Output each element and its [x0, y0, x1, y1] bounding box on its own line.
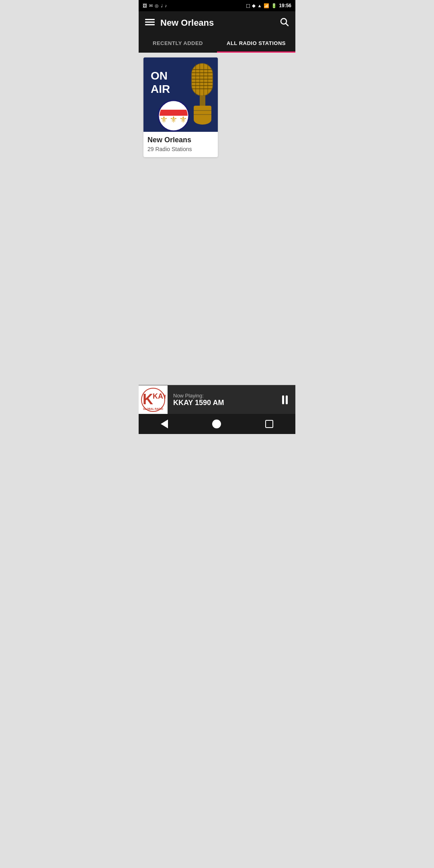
page-title: New Orleans [160, 18, 274, 28]
back-icon [161, 420, 168, 428]
pause-button[interactable] [274, 385, 295, 414]
pause-icon [282, 395, 288, 404]
svg-rect-14 [192, 63, 213, 96]
svg-text:⚜: ⚜ [170, 115, 178, 125]
svg-rect-2 [145, 24, 155, 25]
status-icons-left: 🖼 ✉ ◎ ♩ ♪ [143, 3, 167, 8]
recent-icon [265, 420, 273, 428]
svg-line-4 [286, 24, 289, 26]
cellular-icon: 📶 [264, 3, 269, 8]
now-playing-station: KKAY 1590 AM [173, 399, 269, 407]
station-card-count: 29 Radio Stations [147, 146, 214, 152]
svg-rect-28 [194, 106, 211, 120]
tab-recently-added[interactable]: RECENTLY ADDED [139, 35, 217, 52]
notification-icon: 🖼 [143, 3, 147, 8]
svg-text:⚜: ⚜ [179, 115, 187, 125]
svg-text:K: K [143, 391, 153, 407]
svg-rect-1 [145, 22, 155, 23]
svg-text:AIR: AIR [151, 83, 170, 95]
menu-button[interactable] [145, 17, 155, 29]
signal-icon: ◆ [252, 3, 255, 8]
station-card-info: New Orleans 29 Radio Stations [143, 132, 218, 157]
pause-bar-left [282, 395, 284, 404]
station-logo: K KAY GLOBAL RADIO [139, 385, 168, 414]
pause-bar-right [286, 395, 288, 404]
station-card-image: ON AIR ⚜ ⚜ ⚜ [143, 57, 218, 132]
status-icons-right: ⬚ ◆ ▲ 📶 🔋 19:56 [246, 3, 291, 8]
station-card-name: New Orleans [147, 136, 214, 144]
wifi-icon: ▲ [257, 3, 262, 8]
camera-icon: ◎ [155, 3, 159, 8]
battery-icon: 🔋 [271, 3, 277, 8]
music-icon2: ♪ [165, 3, 167, 8]
app-bar: New Orleans [139, 11, 295, 35]
content-area: ON AIR ⚜ ⚜ ⚜ [139, 53, 295, 385]
svg-rect-26 [200, 96, 205, 106]
svg-text:⚜: ⚜ [160, 115, 168, 125]
search-button[interactable] [279, 17, 289, 29]
cast-icon: ⬚ [246, 3, 250, 8]
station-card[interactable]: ON AIR ⚜ ⚜ ⚜ [143, 57, 218, 157]
email-icon: ✉ [149, 3, 153, 8]
home-icon [212, 420, 221, 428]
kkay-logo: K KAY GLOBAL RADIO [141, 387, 166, 412]
now-playing-label: Now Playing: [173, 393, 269, 399]
tabs: RECENTLY ADDED ALL RADIO STATIONS [139, 35, 295, 53]
svg-text:KAY: KAY [153, 392, 166, 400]
nav-back-button[interactable] [153, 416, 176, 432]
now-playing-bar[interactable]: K KAY GLOBAL RADIO Now Playing: KKAY 159… [139, 385, 295, 414]
tab-all-radio-stations[interactable]: ALL RADIO STATIONS [217, 35, 295, 52]
nav-home-button[interactable] [204, 416, 229, 432]
nav-bar [139, 414, 295, 434]
now-playing-info: Now Playing: KKAY 1590 AM [168, 393, 274, 407]
clock: 19:56 [279, 3, 291, 8]
svg-rect-0 [145, 19, 155, 20]
status-bar: 🖼 ✉ ◎ ♩ ♪ ⬚ ◆ ▲ 📶 🔋 19:56 [139, 0, 295, 11]
svg-text:ON: ON [151, 70, 168, 82]
music-icon1: ♩ [161, 3, 163, 8]
nav-recent-button[interactable] [257, 416, 281, 432]
